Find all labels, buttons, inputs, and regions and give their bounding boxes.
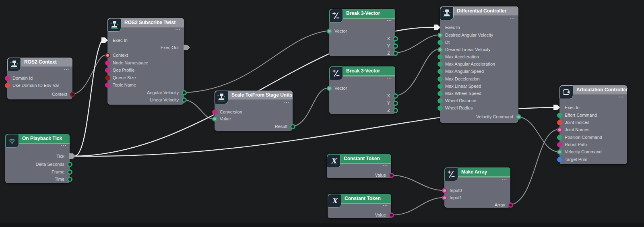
port-value-out[interactable] [389, 213, 394, 218]
port-result-out[interactable] [290, 124, 295, 129]
node-break-3-vector-2[interactable]: Break 3-Vector ••• Vector X Y Z [329, 66, 395, 114]
node-menu-button[interactable]: ••• [61, 144, 66, 147]
port-time-out[interactable] [67, 177, 72, 182]
node-menu-button[interactable]: ••• [383, 204, 388, 207]
node-articulation-controller[interactable]: Articulation Controller ••• Exec In Effo… [559, 85, 627, 164]
node-ros2-subscribe-twist[interactable]: ROS2 Subscribe Twist ••• Exec In Exec Ou… [107, 18, 184, 105]
port-x-out[interactable] [393, 93, 398, 99]
port-z-out[interactable] [393, 108, 398, 113]
port-max-deceleration[interactable] [438, 76, 443, 82]
node-menu-button[interactable]: ••• [175, 28, 181, 31]
port-array-out[interactable] [508, 202, 513, 208]
port-max-angular-speed[interactable] [438, 69, 443, 74]
node-make-array[interactable]: Make Array ••• Input0 Input1 Array [444, 167, 510, 208]
port-max-acceleration[interactable] [438, 54, 443, 60]
node-graph-canvas[interactable]: ROS2 Context ••• Domain Id Use Domain ID… [0, 0, 644, 227]
node-menu-button[interactable]: ••• [502, 177, 507, 181]
controller-icon [559, 85, 573, 99]
port-value-out[interactable] [389, 173, 394, 178]
node-menu-button[interactable]: ••• [284, 101, 289, 104]
port-joint-names[interactable] [557, 127, 562, 132]
node-ros2-context[interactable]: ROS2 Context ••• Domain Id Use Domain ID… [7, 58, 72, 99]
port-z-out[interactable] [393, 51, 398, 56]
port-wheel-radius[interactable] [438, 105, 443, 111]
port-node-namespace[interactable] [105, 60, 110, 66]
token-x-icon: X [328, 194, 341, 208]
canvas-bottom-edge [0, 223, 644, 227]
port-domain-id[interactable] [5, 76, 10, 81]
ros2-robot-icon [7, 58, 21, 71]
port-target-prim[interactable] [557, 157, 562, 162]
ros2-robot-icon [215, 91, 228, 104]
wire-velocity-command-to-articulation[interactable] [518, 117, 557, 152]
port-angular-velocity-out[interactable] [182, 90, 187, 95]
node-menu-button[interactable]: ••• [510, 17, 515, 20]
node-menu-button[interactable]: ••• [387, 76, 392, 80]
node-menu-button[interactable]: ••• [619, 95, 624, 99]
wire-linear-velocity-to-scale-value[interactable] [184, 100, 212, 119]
port-frame-out[interactable] [67, 169, 72, 175]
port-joint-indices[interactable] [557, 120, 562, 125]
port-max-linear-speed[interactable] [438, 84, 443, 89]
ros2-robot-icon [440, 6, 454, 20]
token-x-icon: X [327, 154, 341, 168]
node-scale-to-from-stage-units[interactable]: Scale To/From Stage Units ••• Conversion… [215, 91, 293, 131]
node-menu-button[interactable]: ••• [64, 68, 69, 71]
port-input0[interactable] [442, 188, 447, 193]
wire-layer [0, 0, 644, 227]
port-position-command[interactable] [557, 135, 562, 140]
port-x-out[interactable] [393, 36, 398, 41]
wire-break2-x-to-desired-linear-velocity[interactable] [395, 50, 438, 96]
node-menu-button[interactable]: ••• [387, 19, 392, 22]
port-velocity-command-in[interactable] [557, 149, 562, 155]
port-delta-seconds-out[interactable] [67, 162, 72, 167]
port-desired-angular-velocity[interactable] [438, 33, 443, 38]
wire-tick-to-subscribe-exec-in[interactable] [75, 41, 102, 156]
port-y-out[interactable] [393, 43, 398, 49]
node-differential-controller[interactable]: Differential Controller ••• Exec In Desi… [440, 6, 518, 123]
port-linear-velocity-out[interactable] [182, 97, 187, 103]
port-y-out[interactable] [393, 101, 398, 106]
port-robot-path[interactable] [557, 142, 562, 147]
math-icon [444, 167, 458, 181]
wire-scale-result-to-break2-vector[interactable] [293, 88, 327, 126]
port-desired-linear-velocity[interactable] [438, 47, 443, 52]
node-menu-button[interactable]: ••• [383, 164, 388, 167]
wire-token1-to-input0[interactable] [391, 175, 442, 190]
wire-break1-z-to-desired-angular-velocity[interactable] [395, 35, 438, 53]
wire-make-array-to-joint-names[interactable] [510, 130, 557, 205]
node-on-playback-tick[interactable]: On Playback Tick ••• Tick Delta Seconds … [5, 134, 70, 183]
port-conversion[interactable] [212, 109, 217, 115]
port-vector-in[interactable] [327, 86, 332, 91]
node-break-3-vector-1[interactable]: Break 3-Vector ••• Vector X Y Z [329, 9, 395, 56]
wire-context-to-subscribe-context[interactable] [72, 55, 105, 94]
port-effort-command[interactable] [557, 113, 562, 118]
port-topic-name[interactable] [105, 83, 110, 88]
port-context-in[interactable] [105, 53, 110, 58]
wire-token2-to-input1[interactable] [391, 198, 442, 215]
math-icon [329, 9, 343, 23]
port-vector-in[interactable] [327, 29, 332, 34]
broadcast-icon [5, 134, 19, 148]
port-dt[interactable] [438, 40, 443, 45]
port-wheel-distance[interactable] [438, 98, 443, 103]
node-constant-token-2[interactable]: X Constant Token ••• Value [328, 194, 391, 218]
port-input1[interactable] [442, 195, 447, 200]
port-context-out[interactable] [70, 92, 75, 97]
port-value-in[interactable] [212, 116, 217, 122]
port-qos-profile[interactable] [105, 68, 110, 73]
wire-angular-velocity-to-break1-vector[interactable] [184, 31, 327, 93]
port-max-angular-acceleration[interactable] [438, 62, 443, 67]
port-use-domain-id-env-var[interactable] [5, 83, 10, 88]
math-icon [329, 66, 343, 80]
port-max-wheel-speed[interactable] [438, 91, 443, 96]
node-constant-token-1[interactable]: X Constant Token ••• Value [327, 154, 391, 178]
port-queue-size[interactable] [105, 75, 110, 80]
port-velocity-command-out[interactable] [516, 114, 521, 120]
ros2-robot-icon [107, 18, 121, 32]
